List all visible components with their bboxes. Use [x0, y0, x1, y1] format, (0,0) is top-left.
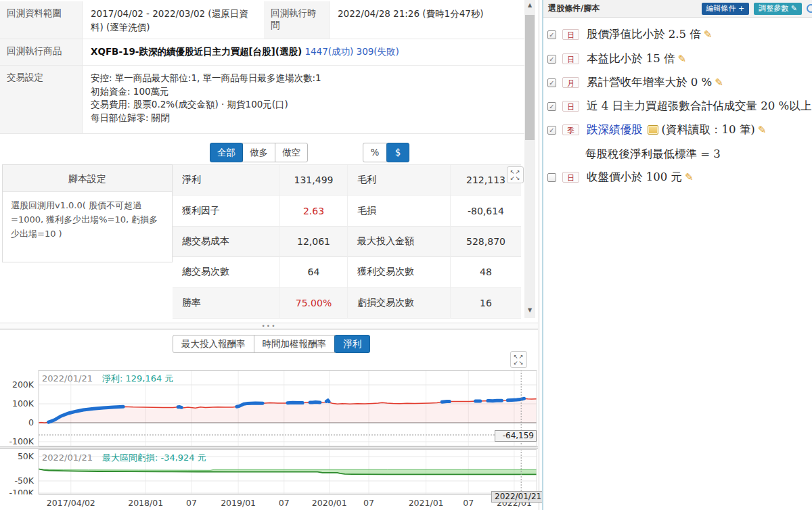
condition-row: ✓ 日 股價淨值比小於 2.5 倍 ✎ — [543, 25, 812, 44]
x-axis-tick: 2017/04/02 — [47, 498, 95, 508]
stat-label: 毛損 — [347, 195, 450, 226]
crosshair-date: 2022/01/21 — [42, 373, 93, 384]
stat-label: 獲利交易次數 — [347, 257, 450, 287]
stat-value: 2.63 — [279, 195, 347, 226]
x-axis-tick: 07 — [463, 498, 474, 508]
chart-tabs: 最大投入報酬率 時間加權報酬率 淨利 — [173, 335, 370, 353]
stat-label: 勝率 — [173, 288, 279, 319]
crosshair-date: 2022/01/21 — [42, 453, 93, 463]
condition-text: 收盤價小於 100 元 — [587, 170, 682, 185]
condition-checkbox[interactable]: ✓ — [547, 30, 556, 39]
edit-pencil-icon[interactable]: ✎ — [715, 76, 723, 89]
stat-value: 64 — [279, 257, 347, 287]
stat-value: 528,870 — [450, 227, 521, 257]
x-axis-tick: 2020/01 — [312, 498, 347, 508]
trade-line-fees: 交易費用: 股票0.2%(成交金額) · 期貨100元(口) — [91, 98, 514, 112]
toggle-percent[interactable]: % — [363, 143, 387, 162]
crosshair-y-tooltip: -64,159 — [495, 430, 537, 442]
stat-value: 75.00% — [279, 288, 347, 319]
scrollbar-thumb[interactable] — [525, 15, 535, 140]
condition-checkbox[interactable]: ✓ — [547, 78, 556, 87]
script-settings-body: 選股回測用v1.0.0( 股價不可超過 =1000, 獲利多少出場%=10, 虧… — [3, 192, 172, 248]
toggle-dollar[interactable]: $ — [386, 143, 409, 162]
product-value: XQFB-19-跌深的績優股近日主力買超[台股](選股) 1447(成功) 30… — [83, 39, 522, 65]
stats-expand-icon[interactable]: ↖↗↙↘ — [507, 166, 524, 183]
condition-row: ✓ 日 本益比小於 15 倍 ✎ — [543, 49, 812, 68]
script-icon[interactable] — [648, 125, 658, 135]
stat-value: 131,499 — [279, 165, 347, 195]
condition-suffix: (資料讀取：10 筆) — [662, 122, 755, 137]
x-axis-tick: 07 — [363, 498, 374, 508]
condition-text: 本益比小於 15 倍 — [587, 51, 675, 66]
period-badge: 日 — [562, 29, 579, 40]
drawdown-readout: 最大區間虧損: -34,924 元 — [102, 453, 206, 463]
range-label: 回測資料範圍 — [0, 1, 83, 39]
period-badge: 日 — [562, 53, 579, 64]
tab-long[interactable]: 做多 — [242, 143, 275, 162]
condition-row: 日 收盤價小於 100 元 ✎ — [543, 168, 812, 187]
condition-checkbox[interactable]: ✓ — [547, 55, 556, 64]
condition-row: ✓ 月 累計營收年增率大於 0 % ✎ — [543, 73, 812, 92]
edit-pencil-icon[interactable]: ✎ — [685, 171, 694, 183]
edit-pencil-icon[interactable]: ✎ — [704, 28, 713, 41]
svg-text:0: 0 — [28, 417, 34, 427]
edit-pencil-icon[interactable]: ✎ — [678, 53, 687, 65]
tab-max-invest-return[interactable]: 最大投入報酬率 — [173, 335, 254, 353]
direction-tabs: 全部 做多 做空 — [210, 143, 308, 162]
period-badge: 月 — [562, 77, 579, 88]
x-axis-tick: 07 — [279, 498, 290, 508]
stat-value: 48 — [450, 257, 521, 287]
backtest-app: 回測資料範圍 2017/04/02 - 2022/03/02 (還原日資料) (… — [0, 0, 812, 510]
stat-label: 獲利因子 — [173, 195, 279, 226]
tab-short[interactable]: 做空 — [275, 143, 308, 162]
edit-conditions-button[interactable]: 編輯條件 + — [702, 3, 750, 15]
product-label: 回測執行商品 — [0, 39, 83, 65]
unit-toggle: % $ — [363, 143, 409, 162]
stat-value: -80,614 — [450, 195, 521, 226]
condition-checkbox[interactable] — [547, 173, 556, 182]
adjust-params-button[interactable]: 調整參數 ✎ — [754, 3, 802, 15]
range-value: 2017/04/02 - 2022/03/02 (還原日資料) (逐筆洗價) — [83, 1, 264, 39]
trade-settings-label: 交易設定 — [0, 66, 83, 133]
stats-table: 淨利 131,499 毛利 212,113 獲利因子 2.63 毛損 -80,6… — [173, 164, 521, 319]
stat-label: 虧損交易次數 — [347, 288, 450, 319]
condition-parameter: 每股稅後淨利最低標準 = 3 — [585, 147, 721, 162]
condition-script-link[interactable]: 跌深績優股 — [587, 122, 643, 137]
edit-pencil-icon[interactable]: ✎ — [758, 124, 767, 136]
condition-checkbox[interactable]: ✓ — [547, 102, 556, 111]
period-badge: 日 — [562, 101, 579, 112]
tab-all[interactable]: 全部 — [210, 143, 243, 162]
scroll-up-icon[interactable]: ▲ — [524, 0, 535, 11]
stat-label: 最大投入金額 — [347, 227, 450, 257]
condition-checkbox[interactable]: ✓ — [547, 126, 556, 135]
condition-text: 股價淨值比小於 2.5 倍 — [587, 27, 701, 42]
net-profit-readout: 淨利: 129,164 元 — [102, 373, 173, 384]
tab-time-weighted-return[interactable]: 時間加權報酬率 — [254, 335, 336, 353]
crosshair-x-tooltip: 2022/01/21 — [491, 491, 545, 503]
panel-splitter[interactable]: ••• — [0, 323, 538, 329]
exec-time-value: 2022/04/28 21:26 (費時1分47秒) — [330, 1, 521, 39]
svg-text:-100K: -100K — [9, 436, 34, 446]
trade-line-risk: 安控: 單一商品最大部位:1, 單一商品每日最多進場次數:1 — [91, 72, 514, 85]
zoom-icon[interactable] — [807, 4, 812, 13]
sidebar-title: 選股條件/腳本 — [548, 3, 697, 14]
svg-text:-100K: -100K — [9, 488, 34, 494]
scroll-down-icon[interactable]: ▼ — [524, 305, 535, 316]
script-settings-box: 腳本設定 選股回測用v1.0.0( 股價不可超過 =1000, 獲利多少出場%=… — [2, 164, 173, 262]
condition-text: 近 4 日主力買超張數合計佔成交量 20 %以上 — [587, 99, 811, 114]
tab-net-profit[interactable]: 淨利 — [334, 335, 370, 353]
chart-expand-icon[interactable]: ↖↗↙↘ — [510, 351, 527, 368]
x-axis-tick: 07 — [186, 498, 197, 508]
svg-text:200K: 200K — [12, 379, 35, 390]
chart2-annotation: 2022/01/21最大區間虧損: -34,924 元 — [42, 452, 206, 464]
stat-value: 16 — [450, 288, 521, 319]
fail-count-link[interactable]: 309(失敗) — [357, 46, 399, 57]
stats-scrollbar[interactable]: ▲ ▼ — [524, 0, 535, 318]
script-settings-title: 腳本設定 — [3, 165, 172, 192]
x-axis-tick: 2021/01 — [409, 498, 444, 508]
success-count-link[interactable]: 1447(成功) — [304, 46, 353, 57]
x-axis-tick: 2019/01 — [221, 498, 256, 508]
chart-x-axis: 2017/04/022018/01072019/01072020/0107202… — [0, 494, 538, 510]
x-axis-tick: 2018/01 — [128, 498, 163, 508]
trade-line-capital: 初始資金: 100萬元 — [91, 85, 514, 99]
